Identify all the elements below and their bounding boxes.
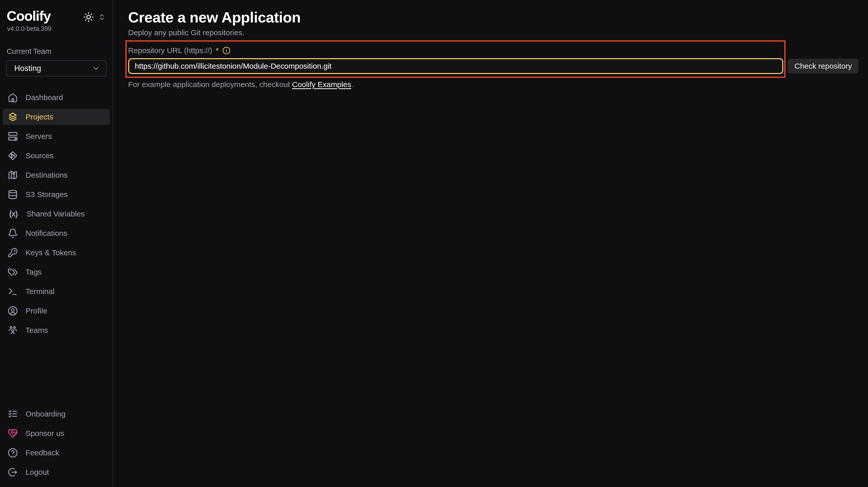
sidebar-item-label: Tags	[26, 268, 41, 277]
sidebar-item-terminal[interactable]: Terminal	[3, 283, 110, 299]
sidebar-item-label: Servers	[26, 132, 52, 141]
repository-url-input[interactable]	[128, 58, 783, 74]
info-icon[interactable]	[222, 46, 230, 55]
page-subtitle: Deploy any public Git repositories.	[128, 28, 868, 37]
sidebar-header: Coolify	[0, 9, 112, 23]
team-select-value: Hosting	[14, 64, 41, 73]
repository-url-row: Check repository	[128, 58, 868, 74]
chevrons-up-down-icon[interactable]	[98, 13, 106, 21]
sidebar-item-keys-tokens[interactable]: Keys & Tokens	[3, 245, 110, 261]
sidebar-item-label: S3 Storages	[26, 190, 68, 199]
sidebar-item-profile[interactable]: Profile	[3, 303, 110, 319]
sidebar-item-label: Keys & Tokens	[26, 248, 76, 257]
variables-icon: (x)	[8, 209, 19, 219]
page-title: Create a new Application	[128, 9, 868, 26]
sidebar-item-label: Teams	[26, 326, 48, 335]
app-logo: Coolify	[7, 9, 51, 23]
sidebar-item-label: Dashboard	[26, 93, 63, 102]
git-source-icon	[8, 151, 18, 161]
bell-icon	[8, 228, 18, 238]
help-circle-icon	[8, 448, 18, 458]
list-checks-icon	[8, 409, 18, 419]
terminal-icon	[8, 286, 18, 297]
tags-icon	[8, 267, 18, 277]
sidebar-item-tags[interactable]: Tags	[3, 264, 110, 280]
sidebar-footer-nav: Onboarding Sponsor us Feedback	[0, 406, 112, 483]
home-icon	[8, 92, 18, 103]
sidebar-item-notifications[interactable]: Notifications	[3, 225, 110, 241]
sidebar-item-label: Feedback	[26, 449, 59, 457]
repository-url-label: Repository URL (https://)	[128, 46, 212, 55]
helper-prefix: For example application deployments, che…	[128, 80, 292, 89]
database-icon	[8, 189, 18, 200]
sidebar-item-s3-storages[interactable]: S3 Storages	[3, 186, 110, 202]
check-repository-button[interactable]: Check repository	[788, 59, 859, 73]
sidebar: Coolify v4.0.0-beta.399 Current Team Hos…	[0, 0, 113, 487]
repository-url-label-row: Repository URL (https://) *	[128, 46, 868, 55]
sidebar-item-label: Shared Variables	[27, 209, 85, 218]
server-icon	[8, 131, 18, 141]
sidebar-item-logout[interactable]: Logout	[3, 464, 110, 480]
sun-icon[interactable]	[83, 12, 94, 23]
sidebar-header-controls	[83, 12, 106, 23]
sidebar-item-label: Profile	[26, 306, 47, 315]
users-icon	[8, 325, 18, 335]
helper-text: For example application deployments, che…	[128, 80, 868, 89]
team-select[interactable]: Hosting	[6, 60, 107, 76]
logout-icon	[8, 467, 18, 477]
sidebar-item-feedback[interactable]: Feedback	[3, 445, 110, 461]
helper-suffix: .	[351, 80, 353, 89]
sidebar-item-projects[interactable]: Projects	[3, 109, 110, 125]
required-asterisk: *	[216, 46, 219, 55]
sidebar-item-sources[interactable]: Sources	[3, 148, 110, 164]
sidebar-item-servers[interactable]: Servers	[3, 128, 110, 144]
sidebar-item-label: Sources	[26, 151, 54, 160]
sidebar-item-label: Projects	[26, 112, 53, 121]
sidebar-nav: Dashboard Projects Servers	[0, 89, 112, 342]
sidebar-item-label: Onboarding	[26, 410, 66, 418]
app-window: Coolify v4.0.0-beta.399 Current Team Hos…	[0, 0, 868, 487]
chevron-down-icon	[92, 64, 100, 72]
sidebar-item-dashboard[interactable]: Dashboard	[3, 89, 110, 105]
sidebar-item-teams[interactable]: Teams	[3, 322, 110, 338]
main-content: Create a new Application Deploy any publ…	[113, 0, 868, 487]
coolify-examples-link[interactable]: Coolify Examples	[292, 80, 351, 89]
map-icon	[8, 170, 18, 180]
sidebar-item-onboarding[interactable]: Onboarding	[3, 406, 110, 422]
user-circle-icon	[8, 306, 18, 316]
sidebar-item-label: Logout	[26, 468, 49, 477]
current-team-label: Current Team	[0, 47, 112, 56]
sidebar-item-label: Sponsor us	[26, 429, 64, 438]
layers-icon	[8, 112, 18, 122]
app-version: v4.0.0-beta.399	[0, 25, 112, 32]
sidebar-item-label: Notifications	[26, 229, 67, 238]
sidebar-item-sponsor-us[interactable]: Sponsor us	[3, 425, 110, 441]
sidebar-item-shared-variables[interactable]: (x) Shared Variables	[3, 206, 110, 222]
heart-handshake-icon	[8, 428, 18, 439]
sidebar-item-destinations[interactable]: Destinations	[3, 167, 110, 183]
key-icon	[8, 248, 18, 258]
sidebar-item-label: Destinations	[26, 171, 68, 180]
sidebar-item-label: Terminal	[26, 287, 54, 296]
